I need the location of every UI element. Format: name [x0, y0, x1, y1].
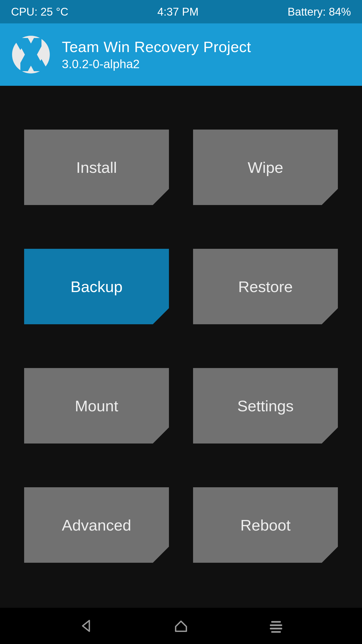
restore-button[interactable]: Restore: [193, 249, 338, 324]
settings-button[interactable]: Settings: [193, 368, 338, 444]
menu-icon[interactable]: [267, 617, 285, 635]
button-label: Mount: [75, 397, 118, 415]
button-label: Advanced: [62, 516, 131, 534]
app-version: 3.0.2-0-alpha2: [62, 57, 251, 71]
button-label: Backup: [71, 278, 123, 296]
home-icon[interactable]: [172, 617, 190, 635]
status-time: 4:37 PM: [157, 6, 199, 18]
app-header: Team Win Recovery Project 3.0.2-0-alpha2: [0, 23, 362, 86]
button-label: Wipe: [248, 158, 283, 176]
install-button[interactable]: Install: [24, 130, 169, 205]
status-cpu: CPU: 25 °C: [11, 6, 68, 18]
nav-bar: [0, 608, 362, 644]
button-label: Settings: [237, 397, 294, 415]
button-label: Restore: [238, 278, 293, 296]
status-battery: Battery: 84%: [288, 6, 351, 18]
status-bar: CPU: 25 °C 4:37 PM Battery: 84%: [0, 0, 362, 23]
button-label: Install: [76, 158, 117, 176]
twrp-logo-icon: [12, 36, 50, 73]
backup-button[interactable]: Backup: [24, 249, 169, 324]
app-title: Team Win Recovery Project: [62, 38, 251, 56]
back-icon[interactable]: [77, 617, 95, 635]
header-text: Team Win Recovery Project 3.0.2-0-alpha2: [62, 38, 251, 71]
main-menu: Install Wipe Backup Restore Mount Settin…: [0, 86, 362, 608]
wipe-button[interactable]: Wipe: [193, 130, 338, 205]
reboot-button[interactable]: Reboot: [193, 487, 338, 563]
advanced-button[interactable]: Advanced: [24, 487, 169, 563]
mount-button[interactable]: Mount: [24, 368, 169, 444]
button-label: Reboot: [240, 516, 291, 534]
